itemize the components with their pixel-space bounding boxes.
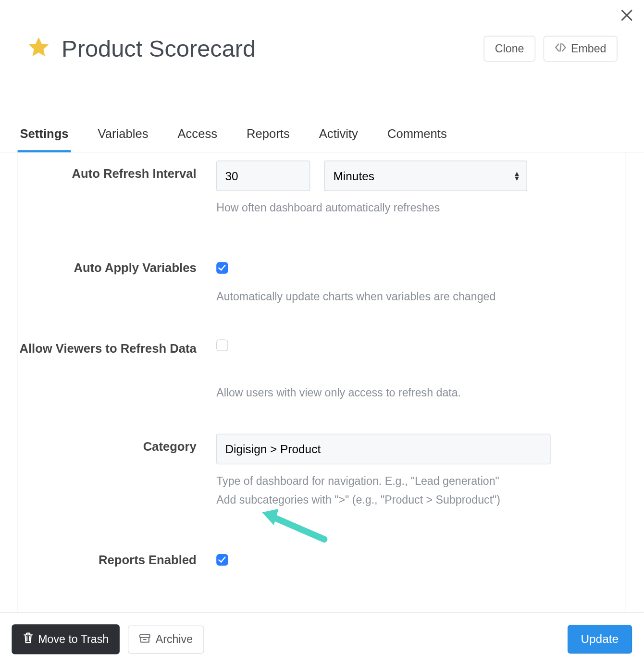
archive-button[interactable]: Archive <box>128 625 204 654</box>
tab-reports[interactable]: Reports <box>244 127 292 152</box>
tab-access[interactable]: Access <box>175 127 220 152</box>
clone-button[interactable]: Clone <box>484 36 535 62</box>
auto-apply-help: Automatically update charts when variabl… <box>216 288 590 306</box>
header: Product Scorecard Clone Embed <box>0 0 644 62</box>
auto-refresh-help: How often dashboard automatically refres… <box>216 199 590 217</box>
auto-apply-label: Auto Apply Variables <box>18 261 216 275</box>
embed-button[interactable]: Embed <box>544 36 618 62</box>
tab-settings[interactable]: Settings <box>18 127 71 153</box>
code-icon <box>555 42 566 55</box>
archive-icon <box>139 633 151 646</box>
category-label: Category <box>18 434 216 454</box>
footer: Move to Trash Archive Update <box>0 612 644 666</box>
trash-icon <box>23 632 34 647</box>
allow-refresh-label: Allow Viewers to Refresh Data <box>18 338 216 359</box>
reports-enabled-label: Reports Enabled <box>18 553 216 567</box>
page-title: Product Scorecard <box>62 36 484 62</box>
auto-refresh-label: Auto Refresh Interval <box>18 160 216 180</box>
auto-refresh-unit-select[interactable]: Minutes <box>324 160 527 191</box>
close-icon[interactable] <box>620 8 633 25</box>
tab-activity[interactable]: Activity <box>317 127 360 152</box>
allow-refresh-help: Allow users with view only access to ref… <box>216 384 590 401</box>
category-input[interactable] <box>216 434 550 464</box>
tab-variables[interactable]: Variables <box>96 127 151 152</box>
allow-refresh-checkbox[interactable] <box>216 339 228 351</box>
svg-rect-0 <box>140 634 150 637</box>
update-button[interactable]: Update <box>567 625 632 654</box>
tab-comments[interactable]: Comments <box>385 127 449 152</box>
auto-refresh-value-input[interactable] <box>216 160 310 191</box>
settings-panel: Auto Refresh Interval Minutes ▲▼ How oft… <box>18 152 626 650</box>
star-icon[interactable] <box>26 35 51 62</box>
move-to-trash-button[interactable]: Move to Trash <box>12 624 120 654</box>
auto-apply-checkbox[interactable] <box>216 262 228 274</box>
reports-enabled-checkbox[interactable] <box>216 554 228 566</box>
category-help2: Add subcategories with ">" (e.g., "Produ… <box>216 491 590 508</box>
category-help1: Type of dashboard for navigation. E.g., … <box>216 473 590 490</box>
tabs: Settings Variables Access Reports Activi… <box>0 127 644 153</box>
